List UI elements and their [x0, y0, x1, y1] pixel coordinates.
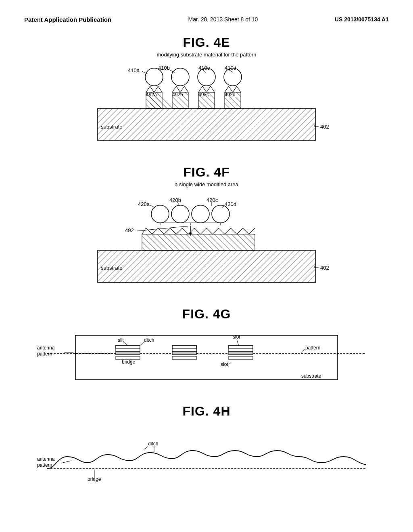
svg-text:420d: 420d: [225, 201, 236, 207]
figure-4f: FIG. 4F a single wide modified area: [24, 165, 389, 291]
svg-point-37: [212, 205, 229, 223]
svg-text:substrate: substrate: [101, 265, 122, 271]
page: Patent Application Publication Mar. 28, …: [0, 0, 413, 532]
svg-rect-33: [142, 234, 255, 250]
svg-text:492: 492: [125, 227, 134, 233]
figure-4g-title: FIG. 4G: [182, 307, 231, 322]
svg-text:substrate: substrate: [101, 124, 122, 130]
svg-text:antenna: antenna: [37, 456, 55, 462]
svg-point-35: [171, 205, 189, 223]
svg-text:492c: 492c: [198, 92, 209, 98]
svg-text:402: 402: [320, 124, 329, 130]
svg-text:410b: 410b: [158, 65, 170, 71]
svg-line-83: [140, 342, 144, 345]
svg-rect-66: [172, 351, 196, 355]
svg-rect-65: [172, 345, 196, 349]
svg-text:402: 402: [320, 265, 329, 271]
figure-4h-diagram: antenna pattern ditch bridge: [35, 420, 378, 493]
figure-4e-diagram: 410a 410b 410c 410d 492a 492b 492c 492d …: [65, 64, 348, 149]
svg-text:pattern: pattern: [37, 462, 52, 468]
svg-line-85: [237, 339, 239, 346]
svg-line-101: [144, 447, 148, 449]
svg-text:420a: 420a: [138, 201, 150, 207]
svg-text:492d: 492d: [225, 92, 236, 98]
page-header: Patent Application Publication Mar. 28, …: [24, 16, 389, 23]
svg-rect-71: [229, 356, 253, 360]
header-center: Mar. 28, 2013 Sheet 8 of 10: [188, 16, 258, 23]
figure-4g: FIG. 4G: [24, 307, 389, 388]
figure-4h: FIG. 4H antenna pattern ditch bridge: [24, 404, 389, 493]
svg-text:antenna: antenna: [37, 345, 55, 351]
svg-rect-62: [116, 351, 140, 355]
svg-rect-67: [172, 356, 196, 360]
figure-4f-title: FIG. 4F: [183, 165, 229, 180]
header-left: Patent Application Publication: [24, 16, 111, 23]
svg-text:492a: 492a: [146, 92, 157, 98]
svg-text:410d: 410d: [225, 65, 236, 71]
svg-rect-2: [98, 108, 315, 141]
svg-text:bridge: bridge: [88, 476, 101, 482]
figure-4e-subtitle: modifying substrate material for the pat…: [156, 52, 256, 58]
svg-text:410a: 410a: [128, 67, 140, 73]
figure-4e: FIG. 4E modifying substrate material for…: [24, 35, 389, 149]
svg-line-51: [137, 226, 188, 231]
svg-text:ditch: ditch: [148, 441, 158, 447]
figure-4g-diagram: antenna pattern slit ditch slot pattern …: [35, 323, 378, 388]
svg-point-36: [192, 205, 209, 223]
svg-text:410c: 410c: [198, 65, 210, 71]
svg-line-39: [150, 205, 155, 208]
svg-text:pattern: pattern: [37, 351, 52, 357]
figure-4h-title: FIG. 4H: [182, 404, 230, 419]
svg-line-87: [301, 349, 305, 352]
figure-4f-subtitle: a single wide modified area: [175, 181, 238, 187]
svg-line-81: [124, 342, 128, 345]
svg-text:slot: slot: [221, 362, 228, 367]
header-right: US 2013/0075134 A1: [335, 16, 389, 23]
svg-text:substrate: substrate: [301, 373, 321, 379]
svg-text:492b: 492b: [172, 92, 183, 98]
svg-text:pattern: pattern: [305, 345, 320, 351]
svg-rect-61: [116, 345, 140, 349]
svg-text:bridge: bridge: [122, 359, 136, 365]
svg-point-34: [151, 205, 169, 223]
svg-point-11: [171, 68, 189, 86]
figure-4f-diagram: 420a 420b 420c 420d 492: [65, 194, 348, 291]
svg-text:slot: slot: [233, 334, 240, 340]
svg-line-98: [61, 461, 71, 463]
svg-text:420b: 420b: [169, 197, 181, 203]
svg-text:ditch: ditch: [144, 337, 154, 343]
svg-rect-57: [75, 335, 338, 380]
svg-rect-70: [229, 351, 253, 355]
svg-rect-69: [229, 345, 253, 349]
svg-text:slit: slit: [118, 337, 124, 343]
svg-rect-32: [98, 250, 315, 283]
svg-text:420c: 420c: [206, 197, 218, 203]
figure-4e-title: FIG. 4E: [183, 35, 230, 50]
